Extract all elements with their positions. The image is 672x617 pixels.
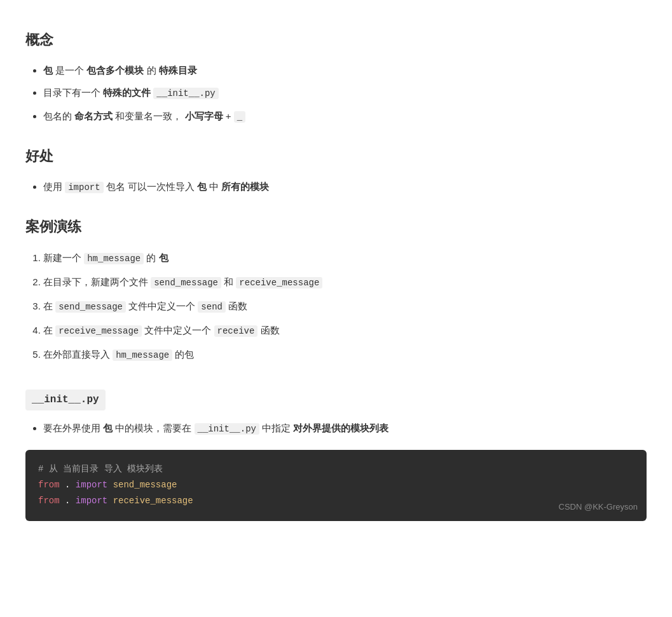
code-from-2: from (38, 496, 60, 506)
advantage-bold-pkg: 包 (197, 181, 207, 192)
init-heading: __init__.py (25, 390, 106, 410)
advantage-list: 使用 import 包名 可以一次性导入 包 中 所有的模块 (25, 178, 647, 196)
advantage-bold-all: 所有的模块 (221, 181, 269, 192)
init-bullet-bold2: 对外界提供的模块列表 (293, 423, 388, 433)
code-dot-1: . (65, 480, 76, 490)
advantage-text1: 使用 (43, 181, 65, 192)
concept-item-1-text1: 是一个 (55, 65, 86, 76)
code-comment: # 从 当前目录 导入 模块列表 (38, 464, 163, 474)
concept-item-2-bold: 特殊的文件 (103, 87, 151, 98)
concept-item-3-bold-lower: 小写字母 (185, 111, 223, 121)
code-line-2: from . import receive_message (38, 493, 634, 509)
practice-item-3-text2: 文件中定义一个 (128, 301, 198, 311)
concept-item-1-bold-contains: 包含多个模块 (86, 65, 144, 76)
concept-item-1-bold-dir: 特殊目录 (159, 65, 197, 76)
practice-item-3-text3: 函数 (228, 301, 247, 311)
advantage-item-1: 使用 import 包名 可以一次性导入 包 中 所有的模块 (43, 178, 647, 196)
concept-item-3-text1: 包名的 (43, 111, 74, 121)
advantage-section: 好处 使用 import 包名 可以一次性导入 包 中 所有的模块 (25, 144, 647, 196)
practice-item-3: 在 send_message 文件中定义一个 send 函数 (43, 297, 647, 315)
practice-item-2-code1: send_message (151, 277, 221, 288)
practice-item-4-code2: receive (214, 325, 258, 337)
practice-item-2-text1: 在目录下，新建两个文件 (43, 276, 151, 287)
concept-section: 概念 包 是一个 包含多个模块 的 特殊目录 目录下有一个 特殊的文件 __in… (25, 28, 647, 125)
advantage-title: 好处 (25, 144, 647, 168)
init-section: __init__.py 要在外界使用 包 中的模块，需要在 __init__.p… (25, 383, 647, 521)
practice-item-4-code1: receive_message (55, 325, 142, 337)
practice-item-4-text1: 在 (43, 325, 55, 336)
practice-item-5-text2: 的包 (175, 349, 194, 360)
practice-item-3-code2: send (198, 301, 226, 313)
concept-item-1-bold-pkg: 包 (43, 65, 53, 76)
concept-item-2: 目录下有一个 特殊的文件 __init__.py (43, 84, 647, 102)
code-comment-line: # 从 当前目录 导入 模块列表 (38, 461, 634, 477)
init-bullet-text1: 要在外界使用 (43, 423, 103, 433)
practice-item-3-text1: 在 (43, 301, 55, 311)
practice-section: 案例演练 新建一个 hm_message 的 包 在目录下，新建两个文件 sen… (25, 215, 647, 363)
code-module-1: send_message (113, 480, 177, 490)
code-from-1: from (38, 480, 60, 490)
practice-item-1-code: hm_message (84, 253, 144, 264)
practice-item-4-text3: 函数 (261, 325, 280, 336)
init-bullet-code: __init__.py (195, 423, 259, 435)
practice-item-3-code1: send_message (55, 301, 126, 313)
practice-title: 案例演练 (25, 215, 647, 238)
practice-item-4-text2: 文件中定义一个 (144, 325, 214, 336)
concept-item-3-text3: + (226, 111, 234, 121)
concept-item-3-code: _ (234, 111, 245, 123)
init-bullet-bold1: 包 (103, 423, 113, 433)
practice-item-2-code2: receive_message (236, 277, 322, 288)
practice-item-1-text2: 的 (146, 252, 158, 263)
init-bullet-text2: 中的模块，需要在 (115, 423, 194, 433)
code-line-1: from . import send_message (38, 477, 634, 493)
code-import-2: import (76, 496, 107, 506)
concept-list: 包 是一个 包含多个模块 的 特殊目录 目录下有一个 特殊的文件 __init_… (25, 62, 647, 125)
advantage-text3: 中 (209, 181, 221, 192)
concept-item-3-bold-naming: 命名方式 (74, 111, 113, 121)
practice-item-1-bold: 包 (159, 252, 168, 263)
concept-item-2-code: __init__.py (153, 88, 218, 99)
practice-list: 新建一个 hm_message 的 包 在目录下，新建两个文件 send_mes… (25, 249, 647, 364)
practice-item-5-code: hm_message (113, 349, 172, 361)
concept-title: 概念 (25, 28, 647, 51)
code-block: # 从 当前目录 导入 模块列表 from . import send_mess… (25, 450, 647, 521)
practice-item-1: 新建一个 hm_message 的 包 (43, 249, 647, 267)
code-import-1: import (76, 480, 107, 490)
concept-item-3: 包名的 命名方式 和变量名一致， 小写字母 + _ (43, 107, 647, 125)
concept-item-1: 包 是一个 包含多个模块 的 特殊目录 (43, 62, 647, 79)
concept-item-1-text2: 的 (147, 65, 159, 76)
concept-item-3-text2: 和变量名一致， (115, 111, 182, 121)
advantage-code-import: import (65, 182, 103, 193)
concept-item-2-text1: 目录下有一个 (43, 87, 103, 98)
practice-item-2: 在目录下，新建两个文件 send_message 和 receive_messa… (43, 273, 647, 291)
advantage-text2: 包名 可以一次性导入 (106, 181, 197, 192)
practice-item-5-text1: 在外部直接导入 (43, 349, 113, 360)
init-bullet: 要在外界使用 包 中的模块，需要在 __init__.py 中指定 对外界提供的… (43, 419, 647, 437)
practice-item-4: 在 receive_message 文件中定义一个 receive 函数 (43, 322, 647, 339)
init-list: 要在外界使用 包 中的模块，需要在 __init__.py 中指定 对外界提供的… (25, 419, 647, 437)
practice-item-5: 在外部直接导入 hm_message 的包 (43, 346, 647, 363)
watermark: CSDN @KK-Greyson (559, 499, 638, 514)
practice-item-2-text2: 和 (224, 276, 236, 287)
practice-item-1-text1: 新建一个 (43, 252, 84, 263)
init-bullet-text3: 中指定 (262, 423, 293, 433)
code-dot-2: . (65, 496, 76, 506)
code-module-2: receive_message (113, 496, 193, 506)
